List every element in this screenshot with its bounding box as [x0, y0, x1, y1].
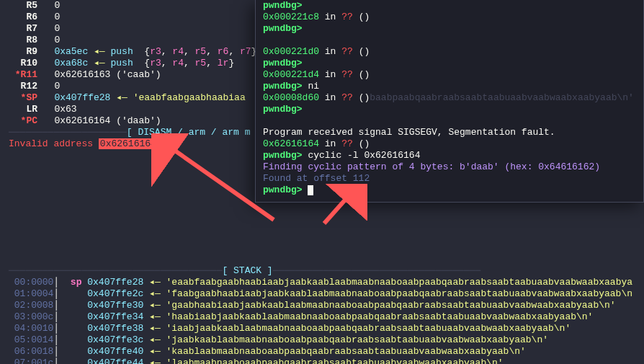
cyclic-find-line: Finding cyclic pattern of 4 bytes: b'daa…: [263, 161, 636, 173]
frame-line: 0x00008d60 in ?? ()baabpaabqaabraabsaabt…: [263, 92, 636, 104]
debugger-terminal-overlay: pwndbg>0x000221c8 in ?? ()pwndbg> 0x0002…: [255, 0, 644, 203]
stack-row: 07:001c│ 0x407ffe44 ◂— 'laabmaabnaaboaab…: [9, 358, 632, 364]
cyclic-found-line: Found at offset 112: [263, 173, 636, 185]
stack-row: 03:000c│ 0x407ffe34 ◂— 'haabiaabjaabkaab…: [9, 311, 632, 323]
pwndbg-prompt[interactable]: pwndbg>: [263, 23, 636, 35]
pwndbg-prompt[interactable]: pwndbg> ni: [263, 81, 636, 92]
frame-line: 0x000221d0 in ?? (): [263, 46, 636, 58]
pwndbg-prompt[interactable]: pwndbg>: [263, 185, 636, 196]
stack-row: 00:0000│ sp 0x407ffe28 ◂— 'eaabfaabgaabh…: [9, 277, 632, 288]
stack-banner: ──────────────────────────────────────[ …: [9, 265, 632, 277]
frame-line: 0x000221d4 in ?? (): [263, 69, 636, 81]
pwndbg-prompt[interactable]: pwndbg>: [263, 58, 636, 69]
pwndbg-prompt[interactable]: pwndbg>: [263, 104, 636, 115]
frame-line: 0x000221c8 in ?? (): [263, 12, 636, 23]
pwndbg-prompt[interactable]: pwndbg>: [263, 0, 636, 12]
stack-row: 05:0014│ 0x407ffe3c ◂— 'jaabkaablaabmaab…: [9, 334, 632, 346]
stack-row: 01:0004│ 0x407ffe2c ◂— 'faabgaabhaabiaab…: [9, 288, 632, 300]
stack-row: 06:0018│ 0x407ffe40 ◂— 'kaablaabmaabnaab…: [9, 346, 632, 358]
frame-line: 0x62616164 in ?? (): [263, 138, 636, 150]
pwndbg-prompt[interactable]: pwndbg> cyclic -l 0x62616164: [263, 150, 636, 161]
stack-row: 04:0010│ 0x407ffe38 ◂— 'iaabjaabkaablaab…: [9, 323, 632, 334]
stack-row: 02:0008│ 0x407ffe30 ◂— 'gaabhaabiaabjaab…: [9, 300, 632, 311]
cursor: [308, 185, 313, 195]
signal-line: Program received signal SIGSEGV, Segment…: [263, 127, 636, 138]
